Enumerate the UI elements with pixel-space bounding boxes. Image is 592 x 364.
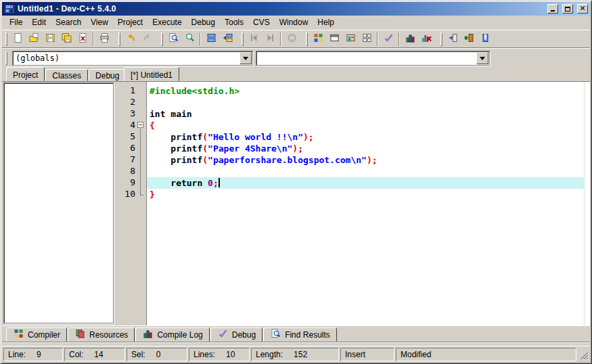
code-line-1[interactable]: #include<stdio.h> [147, 85, 590, 97]
new-file-button[interactable] [9, 31, 26, 47]
code-editor[interactable]: 1234−5678910 #include<stdio.h>int main{ … [118, 82, 590, 325]
close-file-button[interactable] [74, 31, 91, 47]
edit-toolbar-gripper[interactable] [118, 32, 120, 46]
report-tab-debug[interactable]: Debug [210, 327, 263, 342]
close-icon: ✕ [579, 5, 585, 12]
delete-profiling-button[interactable] [418, 31, 434, 47]
members-combo[interactable] [256, 51, 490, 66]
print-button[interactable] [96, 31, 112, 47]
report-tab-find-results[interactable]: Find Results [263, 327, 337, 342]
project-toolbar [445, 31, 493, 47]
goto-function-button[interactable] [203, 31, 219, 47]
open-file-button[interactable] [26, 31, 42, 47]
status-panel-insert: Insert [340, 348, 394, 361]
resize-grip[interactable] [579, 350, 589, 361]
replace-icon [184, 32, 196, 45]
globals-combo-dropdown-button[interactable] [240, 52, 252, 64]
tab-classes[interactable]: Classes [45, 69, 88, 81]
combo-gripper[interactable] [5, 51, 7, 65]
maximize-button[interactable] [562, 4, 573, 14]
code-line-5[interactable]: printf("Hello world !!\n"); [147, 131, 590, 143]
status-value: 0 [156, 350, 161, 359]
compile-and-run-button[interactable] [342, 31, 359, 47]
back-button [246, 31, 262, 47]
add-to-project-button[interactable] [461, 31, 477, 47]
code-line-10[interactable]: } [147, 189, 590, 200]
menu-help[interactable]: Help [313, 16, 339, 28]
menu-cvs[interactable]: CVS [248, 16, 275, 28]
menu-tools[interactable]: Tools [220, 16, 248, 28]
tab-debug[interactable]: Debug [89, 69, 126, 81]
code-token-sym: ; [213, 178, 219, 188]
menu-view[interactable]: View [86, 16, 113, 28]
compile-button[interactable] [310, 31, 326, 47]
line-number: 1 [118, 85, 135, 97]
code-token-sym: ( [202, 132, 208, 142]
undo-button[interactable] [122, 31, 139, 47]
abort-compilation-button [283, 31, 300, 47]
project-tree-panel[interactable] [3, 83, 114, 323]
code-token-pln: printf [150, 143, 202, 154]
rebuild-all-button[interactable] [359, 31, 375, 47]
goto-line-button[interactable] [219, 31, 235, 47]
find-button[interactable] [165, 31, 181, 47]
menu-search[interactable]: Search [51, 16, 86, 28]
menu-window[interactable]: Window [275, 16, 313, 28]
remove-from-project-icon [480, 32, 491, 45]
gutter-row: 2 [118, 97, 146, 108]
status-panel-line: Line:9 [3, 348, 63, 361]
combo-row: (globals) [2, 48, 590, 67]
debug-check-button[interactable] [380, 31, 396, 47]
toolbar-row [2, 30, 590, 48]
globals-combo[interactable]: (globals) [12, 51, 253, 66]
gutter-row: 6 [118, 143, 146, 154]
editor-tab-untitled1[interactable]: [*] Untitled1 [124, 67, 179, 81]
status-value: 9 [37, 350, 41, 359]
code-line-9[interactable]: return 0; [147, 177, 585, 189]
run-button[interactable] [326, 31, 342, 47]
search-toolbar-gripper[interactable] [161, 32, 163, 46]
minimize-button[interactable] [547, 4, 558, 14]
close-button[interactable]: ✕ [577, 4, 588, 14]
menu-edit[interactable]: Edit [27, 16, 51, 28]
navigate-toolbar-gripper[interactable] [242, 32, 244, 46]
members-combo-dropdown-button[interactable] [476, 52, 488, 64]
fold-marker-start[interactable]: − [135, 120, 146, 131]
title-bar[interactable]: DEV Untitled1 - Dev-C++ 5.4.0 ✕ [2, 2, 590, 16]
code-line-4[interactable]: { [147, 120, 590, 131]
menu-execute[interactable]: Execute [147, 16, 186, 28]
report-tab-compile-log[interactable]: Compile Log [135, 327, 209, 342]
compile-and-run-icon [345, 32, 357, 45]
chevron-down-icon [480, 57, 485, 63]
code-line-7[interactable]: printf("paperforshare.blogspot.com\n"); [147, 154, 590, 166]
app-icon[interactable]: DEV [4, 4, 15, 14]
save-all-button[interactable] [58, 31, 74, 47]
fold-column [135, 85, 146, 97]
menu-project[interactable]: Project [113, 16, 147, 28]
line-number: 2 [118, 97, 135, 108]
save-button[interactable] [42, 31, 58, 47]
code-line-2[interactable] [147, 97, 590, 108]
code-line-3[interactable]: int main [147, 108, 590, 120]
report-tab-compiler[interactable]: Compiler [6, 327, 67, 342]
report-tab-resources[interactable]: Resources [68, 327, 135, 342]
profile-button[interactable] [402, 31, 418, 47]
code-line-6[interactable]: printf("Paper 4Share\n"); [147, 143, 590, 154]
new-source-button[interactable] [445, 31, 461, 47]
menu-debug[interactable]: Debug [187, 16, 220, 28]
code-line-8[interactable] [147, 166, 590, 177]
tab-project[interactable]: Project [6, 67, 45, 81]
status-label: Col: [69, 350, 83, 359]
project-toolbar-gripper[interactable] [440, 32, 442, 46]
compile-run-toolbar-gripper[interactable] [306, 32, 308, 46]
replace-button[interactable] [181, 31, 198, 47]
menu-file[interactable]: File [5, 16, 27, 28]
fold-column [135, 108, 146, 120]
remove-from-project-button[interactable] [477, 31, 493, 47]
main-toolbar-gripper[interactable] [5, 32, 7, 46]
text-caret [219, 178, 220, 187]
find-icon [168, 32, 179, 45]
fold-collapse-icon[interactable]: − [137, 122, 143, 128]
code-token-str: "Hello world !!\n" [208, 132, 303, 142]
editor-code-area[interactable]: #include<stdio.h>int main{ printf("Hello… [147, 82, 590, 325]
